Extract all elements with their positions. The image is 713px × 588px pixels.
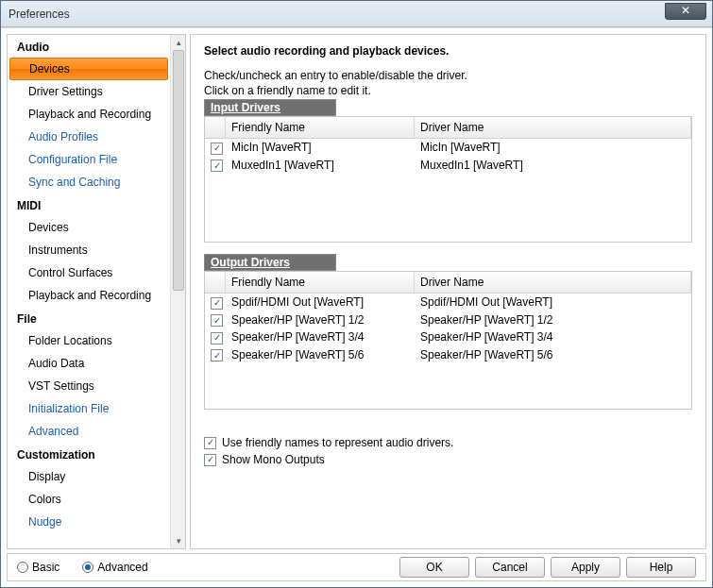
pane-title: Select audio recording and playback devi…	[204, 44, 692, 58]
sidebar-list: AudioDevicesDriver SettingsPlayback and …	[8, 35, 170, 548]
sidebar-category-header: Customization	[8, 443, 170, 465]
sidebar-category-header: File	[8, 307, 170, 329]
sidebar-item[interactable]: Audio Profiles	[8, 126, 170, 148]
output-drivers-header: Output Drivers	[204, 254, 336, 271]
row-checkbox-cell: ✓	[205, 329, 226, 345]
row-checkbox[interactable]: ✓	[211, 160, 223, 172]
scroll-thumb[interactable]	[173, 50, 184, 291]
sidebar-item[interactable]: Colors	[8, 488, 170, 511]
sidebar-item[interactable]: Sync and Caching	[8, 171, 170, 193]
input-grid-header: Friendly Name Driver Name	[205, 117, 691, 139]
titlebar: Preferences ✕	[1, 1, 712, 27]
sidebar-item[interactable]: Devices	[9, 58, 168, 80]
output-grid-header: Friendly Name Driver Name	[205, 272, 691, 294]
footer-bar: Basic Advanced OK Cancel Apply Help	[7, 553, 706, 581]
row-checkbox-cell: ✓	[205, 158, 226, 174]
mode-advanced[interactable]: Advanced	[82, 561, 147, 574]
input-drivers-grid: Friendly Name Driver Name ✓MicIn [WaveRT…	[204, 116, 692, 243]
input-drivers-header: Input Drivers	[204, 99, 336, 116]
settings-pane: Select audio recording and playback devi…	[190, 34, 706, 549]
sidebar-item[interactable]: Playback and Recording	[8, 284, 170, 307]
row-checkbox-cell: ✓	[205, 294, 226, 311]
output-col-check	[205, 272, 226, 293]
table-row[interactable]: ✓MuxedIn1 [WaveRT]MuxedIn1 [WaveRT]	[205, 157, 691, 175]
input-rows: ✓MicIn [WaveRT]MicIn [WaveRT]✓MuxedIn1 […	[205, 139, 691, 174]
output-col-driver[interactable]: Driver Name	[415, 272, 691, 293]
sidebar-item[interactable]: Audio Data	[8, 352, 170, 375]
preferences-window: Preferences ✕ AudioDevicesDriver Setting…	[0, 0, 713, 588]
pane-instruction-2: Click on a friendly name to edit it.	[204, 84, 692, 97]
sidebar-item[interactable]: Instruments	[8, 239, 170, 261]
row-friendly-name[interactable]: Speaker/HP [WaveRT] 1/2	[226, 312, 415, 328]
output-grid-spacer	[205, 363, 691, 409]
row-driver-name: MuxedIn1 [WaveRT]	[415, 158, 691, 173]
row-checkbox-cell: ✓	[205, 347, 226, 363]
sidebar-item[interactable]: Devices	[8, 216, 170, 239]
sidebar-category-header: Audio	[8, 35, 170, 58]
row-friendly-name[interactable]: Speaker/HP [WaveRT] 3/4	[226, 329, 415, 344]
scroll-down-button[interactable]: ▾	[171, 533, 186, 548]
sidebar-item[interactable]: Folder Locations	[8, 329, 170, 352]
output-drivers-grid: Friendly Name Driver Name ✓Spdif/HDMI Ou…	[204, 271, 692, 410]
help-button[interactable]: Help	[626, 557, 696, 578]
scroll-up-button[interactable]: ▴	[171, 35, 186, 50]
option-show-mono[interactable]: ✓ Show Mono Outputs	[204, 451, 692, 468]
row-driver-name: Speaker/HP [WaveRT] 3/4	[415, 329, 691, 344]
input-grid-spacer	[205, 174, 691, 242]
row-driver-name: MicIn [WaveRT]	[415, 140, 691, 155]
radio-basic[interactable]	[17, 562, 28, 573]
input-col-friendly[interactable]: Friendly Name	[226, 117, 415, 138]
input-col-driver[interactable]: Driver Name	[415, 117, 691, 138]
row-checkbox[interactable]: ✓	[211, 143, 223, 155]
option-friendly-names[interactable]: ✓ Use friendly names to represent audio …	[204, 434, 692, 451]
row-friendly-name[interactable]: Speaker/HP [WaveRT] 5/6	[226, 347, 415, 362]
row-checkbox-cell: ✓	[205, 140, 226, 156]
mode-basic[interactable]: Basic	[17, 561, 59, 574]
row-friendly-name[interactable]: MicIn [WaveRT]	[226, 140, 415, 155]
content: AudioDevicesDriver SettingsPlayback and …	[1, 27, 712, 587]
radio-advanced-label: Advanced	[97, 561, 147, 574]
table-row[interactable]: ✓Spdif/HDMI Out [WaveRT]Spdif/HDMI Out […	[205, 294, 691, 311]
footer-buttons: OK Cancel Apply Help	[399, 557, 696, 578]
sidebar-category-header: MIDI	[8, 193, 170, 216]
table-row[interactable]: ✓Speaker/HP [WaveRT] 5/6Speaker/HP [Wave…	[205, 346, 691, 364]
sidebar-item[interactable]: VST Settings	[8, 375, 170, 397]
row-checkbox[interactable]: ✓	[211, 314, 223, 327]
checkbox-show-mono[interactable]: ✓	[204, 454, 216, 466]
apply-button[interactable]: Apply	[551, 557, 620, 578]
table-row[interactable]: ✓MicIn [WaveRT]MicIn [WaveRT]	[205, 139, 691, 157]
radio-basic-label: Basic	[32, 561, 59, 574]
option-friendly-names-label: Use friendly names to represent audio dr…	[222, 436, 453, 449]
sidebar-item[interactable]: Initialization File	[8, 397, 170, 420]
table-row[interactable]: ✓Speaker/HP [WaveRT] 3/4Speaker/HP [Wave…	[205, 328, 691, 346]
option-show-mono-label: Show Mono Outputs	[222, 453, 325, 466]
row-driver-name: Speaker/HP [WaveRT] 5/6	[415, 347, 691, 362]
cancel-button[interactable]: Cancel	[475, 557, 545, 578]
sidebar-item[interactable]: Driver Settings	[8, 80, 170, 103]
checkbox-friendly-names[interactable]: ✓	[204, 437, 216, 449]
row-friendly-name[interactable]: MuxedIn1 [WaveRT]	[226, 158, 415, 173]
sidebar-item[interactable]: Display	[8, 465, 170, 488]
row-friendly-name[interactable]: Spdif/HDMI Out [WaveRT]	[226, 294, 415, 310]
main-area: AudioDevicesDriver SettingsPlayback and …	[7, 34, 706, 549]
row-checkbox[interactable]: ✓	[211, 297, 223, 310]
radio-advanced[interactable]	[82, 562, 93, 573]
sidebar-scrollbar[interactable]: ▴ ▾	[170, 35, 185, 548]
sidebar-item[interactable]: Configuration File	[8, 148, 170, 171]
row-driver-name: Speaker/HP [WaveRT] 1/2	[415, 312, 691, 328]
row-checkbox-cell: ✓	[205, 312, 226, 328]
sidebar-item[interactable]: Control Surfaces	[8, 261, 170, 284]
row-checkbox[interactable]: ✓	[211, 332, 223, 344]
close-button[interactable]: ✕	[665, 3, 706, 20]
row-checkbox[interactable]: ✓	[211, 349, 223, 361]
table-row[interactable]: ✓Speaker/HP [WaveRT] 1/2Speaker/HP [Wave…	[205, 311, 691, 329]
sidebar-item[interactable]: Nudge	[8, 511, 170, 533]
row-driver-name: Spdif/HDMI Out [WaveRT]	[415, 294, 691, 310]
window-title: Preferences	[8, 8, 70, 21]
sidebar-item[interactable]: Advanced	[8, 420, 170, 443]
ok-button[interactable]: OK	[399, 557, 469, 578]
output-col-friendly[interactable]: Friendly Name	[226, 272, 415, 293]
input-col-check	[205, 117, 226, 138]
sidebar-item[interactable]: Playback and Recording	[8, 103, 170, 126]
category-sidebar: AudioDevicesDriver SettingsPlayback and …	[7, 34, 186, 549]
